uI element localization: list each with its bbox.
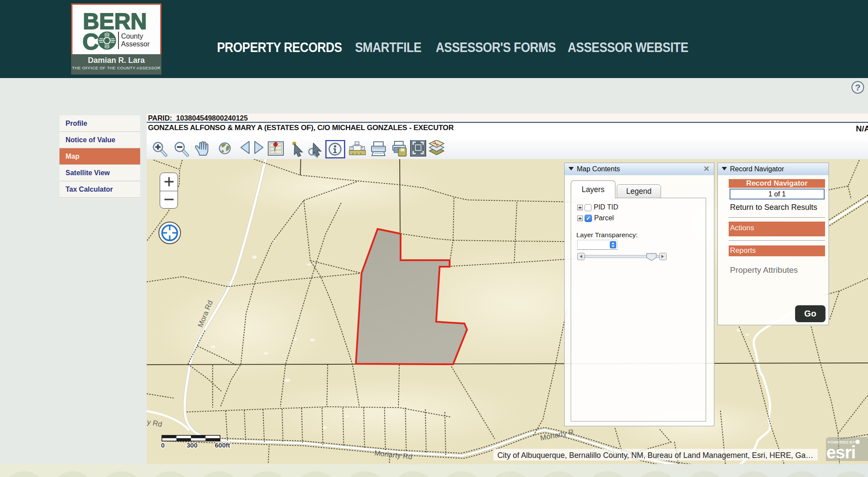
svg-text:0: 0 — [161, 441, 164, 449]
svg-text:600ft: 600ft — [215, 441, 230, 449]
svg-text:300: 300 — [187, 441, 197, 449]
svg-text:City of Albuquerque, Bernalill: City of Albuquerque, Bernalillo County, … — [497, 451, 813, 460]
svg-text:esri: esri — [826, 443, 855, 462]
